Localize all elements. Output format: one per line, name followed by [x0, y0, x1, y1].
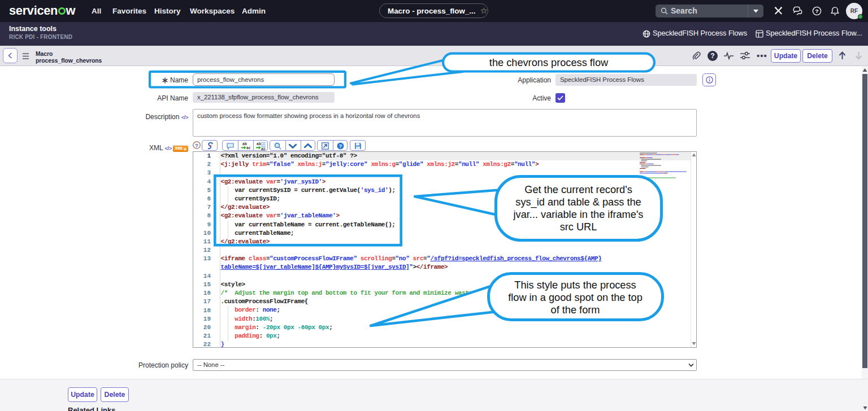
svg-text:?: ? — [815, 8, 818, 14]
svg-text:ac: ac — [261, 147, 266, 151]
svg-text:?: ? — [195, 142, 198, 148]
svg-text:ab: ab — [257, 142, 261, 146]
svg-text:?: ? — [339, 143, 342, 149]
svg-text:ab: ab — [242, 142, 247, 146]
svg-text:ac: ac — [246, 146, 250, 150]
